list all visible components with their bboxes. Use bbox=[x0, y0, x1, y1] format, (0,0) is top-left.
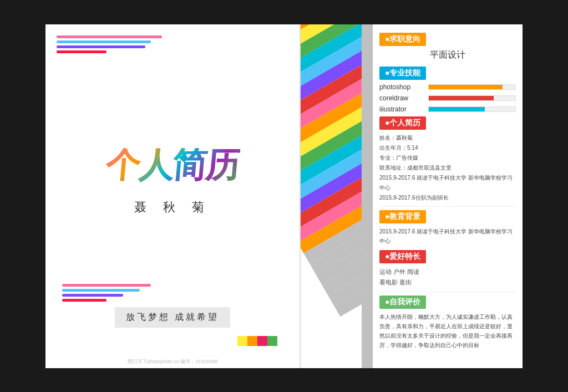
skill-bar-cd-fill bbox=[429, 96, 494, 100]
bottom-lines bbox=[62, 284, 151, 302]
profile-name: 姓名：聂秋菊 bbox=[379, 133, 516, 143]
section-personal: ●个人简历 姓名：聂秋菊 出生年月：5.14 专业：广告传媒 联系地址：成都市双… bbox=[379, 116, 516, 203]
bottom-section: 放飞梦想 成就希望 bbox=[57, 284, 288, 352]
color-sq-2 bbox=[247, 336, 257, 346]
skill-bar-ai-bg bbox=[428, 106, 516, 112]
watermark: 图行天下photophoto.cn 编号：31926588 bbox=[128, 358, 218, 365]
evaluation-header: ●自我评价 bbox=[379, 296, 426, 309]
sub-name: 聂 秋 菊 bbox=[134, 199, 211, 216]
bottom-line-1 bbox=[62, 284, 151, 287]
education-header: ●教育背景 bbox=[379, 210, 426, 223]
title-area: 个人简历 聂 秋 菊 bbox=[106, 80, 239, 284]
resume-container: 个人简历 聂 秋 菊 放飞梦想 成就希望 图行天下photophoto.cn 编… bbox=[45, 24, 523, 368]
top-line-2 bbox=[57, 40, 151, 43]
color-sq-1 bbox=[237, 336, 247, 346]
skill-name-cd: coreldraw bbox=[379, 94, 424, 102]
color-sq-4 bbox=[267, 336, 277, 346]
section-skills: ●专业技能 photoshop coreldraw iiiustrator bbox=[379, 67, 516, 113]
content-column: ●求职意向 平面设计 ●专业技能 photoshop coreldraw bbox=[373, 24, 523, 368]
bottom-line-4 bbox=[62, 299, 106, 302]
skill-bar-ai-fill bbox=[429, 107, 485, 111]
right-page: ●求职意向 平面设计 ●专业技能 photoshop coreldraw bbox=[301, 24, 523, 368]
slogan-box: 放飞梦想 成就希望 bbox=[115, 307, 230, 328]
skill-bar-cd-bg bbox=[428, 95, 516, 101]
profile-role: 2015.9-2017.6任职为副班长 bbox=[379, 193, 516, 203]
top-line-3 bbox=[57, 45, 145, 48]
personal-header: ●个人简历 bbox=[379, 116, 426, 130]
profile-major: 专业：广告传媒 bbox=[379, 153, 516, 163]
bottom-line-3 bbox=[62, 294, 123, 297]
section-education: ●教育背景 2015.9-2017.6 就读于电子科技大学 新华电脑学校学习中心 bbox=[379, 210, 516, 246]
section-job-intent: ●求职意向 平面设计 bbox=[379, 33, 516, 61]
top-line-4 bbox=[57, 50, 106, 53]
top-lines bbox=[57, 35, 168, 53]
hobbies-line2: 看电影 逛街 bbox=[379, 277, 516, 288]
job-intent-header: ●求职意向 bbox=[379, 33, 426, 46]
stripe-column bbox=[301, 24, 362, 368]
main-title: 个人简历 bbox=[104, 148, 240, 182]
skill-bar-ps-fill bbox=[429, 85, 503, 89]
profile-address: 联系地址：成都市双流县文里 bbox=[379, 163, 516, 173]
gray-divider bbox=[362, 24, 373, 368]
skill-row-photoshop: photoshop bbox=[379, 83, 516, 91]
skill-name-ai: iiiustrator bbox=[379, 105, 424, 113]
bottom-line-2 bbox=[62, 289, 140, 292]
left-page: 个人简历 聂 秋 菊 放飞梦想 成就希望 图行天下photophoto.cn 编… bbox=[45, 24, 301, 368]
skills-header: ●专业技能 bbox=[379, 67, 426, 80]
profile-birth: 出生年月：5.14 bbox=[379, 143, 516, 153]
stripes-wrapper bbox=[301, 24, 362, 368]
skill-name-ps: photoshop bbox=[379, 83, 424, 91]
education-content: 2015.9-2017.6 就读于电子科技大学 新华电脑学校学习中心 bbox=[379, 227, 516, 246]
section-hobbies: ●爱好特长 运动 户外 阅读 看电影 逛街 bbox=[379, 250, 516, 289]
job-intent-content: 平面设计 bbox=[379, 49, 516, 61]
profile-edu1: 2015.9-2017.6 就读于电子科技大学 新华电脑学校学习中心 bbox=[379, 173, 516, 193]
evaluation-content: 本人热情开朗，幽默大方，为人诚实谦虚工作勤，认真负责，具有亲和力，平易近人在班上… bbox=[379, 312, 516, 350]
hobbies-line1: 运动 户外 阅读 bbox=[379, 267, 516, 278]
divider-1 bbox=[379, 206, 516, 207]
skill-row-illustrator: iiiustrator bbox=[379, 105, 516, 113]
skill-row-coreldraw: coreldraw bbox=[379, 94, 516, 102]
profile-info: 姓名：聂秋菊 出生年月：5.14 专业：广告传媒 联系地址：成都市双流县文里 2… bbox=[379, 133, 516, 203]
top-line-1 bbox=[57, 35, 162, 38]
hobbies-header: ●爱好特长 bbox=[379, 250, 426, 263]
section-evaluation: ●自我评价 本人热情开朗，幽默大方，为人诚实谦虚工作勤，认真负责，具有亲和力，平… bbox=[379, 296, 516, 350]
color-sq-3 bbox=[257, 336, 267, 346]
skill-bar-ps-bg bbox=[428, 84, 516, 90]
divider-2 bbox=[379, 292, 516, 292]
color-squares bbox=[237, 336, 277, 346]
